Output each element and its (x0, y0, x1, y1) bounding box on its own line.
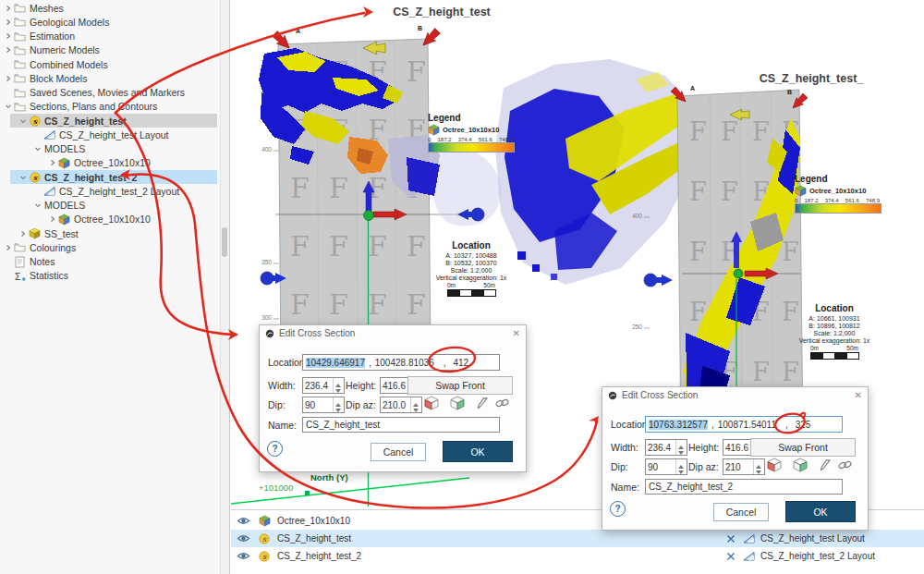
chevron-collapsed-icon[interactable] (18, 228, 28, 238)
location-y-value[interactable]: 100428.81036 (375, 358, 434, 368)
name-value[interactable]: CS_Z_height_test_2 (649, 482, 733, 492)
tree-item-saved-scenes-movies-and-markers[interactable]: Saved Scenes, Movies and Markers (0, 86, 219, 100)
chevron-collapsed-icon[interactable] (3, 73, 13, 83)
tree-item-combined-models[interactable]: Combined Models (0, 57, 219, 71)
cancel-button[interactable]: Cancel (371, 443, 426, 461)
link-icon[interactable] (835, 456, 854, 474)
tree-item-models[interactable]: MODELS (0, 199, 219, 213)
tree-item-estimation[interactable]: Estimation (0, 30, 219, 43)
shape-row-cs-z-height-test[interactable]: sCS_Z_height_testCS_Z_height_test Layout (231, 530, 924, 547)
chevron-collapsed-icon[interactable] (3, 242, 13, 252)
tree-item-block-models[interactable]: Block Models (0, 71, 219, 85)
tree-item-cs-z-height-test-layout[interactable]: CS_Z_height_test Layout (0, 128, 219, 141)
name-field[interactable]: CS_Z_height_test (302, 417, 500, 433)
close-icon[interactable]: ✕ (513, 328, 520, 338)
tree-item-cs-z-height-test[interactable]: sCS_Z_height_test (0, 114, 219, 128)
chevron-expanded-icon[interactable] (3, 102, 13, 112)
dialog-titlebar[interactable]: Edit Cross Section ✕ (260, 325, 526, 341)
chevron-expanded-icon[interactable] (18, 172, 28, 182)
spin-buttons[interactable] (675, 440, 687, 455)
link-icon[interactable] (492, 394, 511, 412)
swap-front-button[interactable]: Swap Front (407, 376, 513, 395)
location-x-value[interactable]: 10429.646917 (306, 358, 365, 368)
location-z-value[interactable]: 325 (796, 420, 811, 430)
dip-az-input[interactable]: 210 (723, 458, 765, 475)
dip-az-input[interactable]: 210.0 (380, 397, 422, 413)
visibility-eye-icon[interactable] (237, 533, 251, 543)
tree-item-colourings[interactable]: Colourings (0, 240, 219, 254)
sidebar-scrollbar[interactable] (220, 0, 229, 574)
remove-icon[interactable] (726, 552, 737, 561)
height-value[interactable]: 416.6 (383, 381, 406, 391)
tree-item-models[interactable]: MODELS (0, 142, 219, 156)
dialog-titlebar[interactable]: Edit Cross Section ✕ (602, 387, 868, 403)
edit-cross-section-dialog-1[interactable]: Edit Cross Section ✕ Location: 10429.646… (259, 324, 527, 472)
dip-az-value[interactable]: 210.0 (383, 400, 406, 410)
shape-row-cs-z-height-test-2[interactable]: sCS_Z_height_test_2CS_Z_height_test_2 La… (231, 547, 924, 565)
swap-front-button[interactable]: Swap Front (750, 438, 856, 457)
height-value[interactable]: 416.6 (725, 443, 748, 453)
tree-item-ss-test[interactable]: SS_test (0, 226, 219, 240)
edit-cross-section-dialog-2[interactable]: Edit Cross Section ✕ Location: 10763.312… (602, 386, 869, 531)
close-icon[interactable]: ✕ (855, 390, 862, 400)
location-x-value[interactable]: 10763.312577 (649, 420, 708, 430)
chevron-expanded-icon[interactable] (32, 144, 43, 154)
location-y-value[interactable]: 100871.54011 (718, 420, 776, 430)
green-plane-icon[interactable] (448, 394, 467, 412)
spin-buttons[interactable] (753, 459, 764, 474)
tree-item-numeric-models[interactable]: Numeric Models (0, 43, 219, 57)
sidebar-scrollbar-thumb[interactable] (222, 227, 227, 257)
tree-item-statistics[interactable]: ΣStatistics (0, 269, 219, 283)
tree-item-meshes[interactable]: Meshes (0, 1, 219, 15)
spin-buttons[interactable] (333, 397, 344, 412)
layout-link-label[interactable]: CS_Z_height_test Layout (760, 533, 865, 543)
tree-item-notes[interactable]: Notes (0, 255, 219, 269)
tree-item-cs-z-height-test-2[interactable]: sCS_Z_height_test_2 (0, 170, 219, 184)
chevron-collapsed-icon[interactable] (3, 45, 13, 55)
chevron-collapsed-icon[interactable] (3, 17, 13, 27)
chevron-collapsed-icon[interactable] (47, 158, 57, 168)
layout-link-label[interactable]: CS_Z_height_test_2 Layout (760, 551, 875, 561)
red-plane-icon[interactable] (765, 456, 784, 474)
width-input[interactable]: 236.4 (302, 377, 345, 394)
visibility-eye-icon[interactable] (237, 516, 251, 526)
location-field[interactable]: 10429.646917 , 100428.81036 , 412 (302, 354, 500, 371)
spin-buttons[interactable] (410, 397, 421, 412)
location-z-value[interactable]: 412 (454, 358, 469, 368)
green-plane-icon[interactable] (791, 456, 809, 474)
chevron-collapsed-icon[interactable] (47, 214, 57, 225)
help-button[interactable]: ? (610, 501, 626, 517)
dip-value[interactable]: 90 (305, 400, 315, 410)
dip-input[interactable]: 90 (645, 458, 687, 475)
spin-buttons[interactable] (333, 378, 344, 393)
width-value[interactable]: 236.4 (305, 381, 328, 391)
spin-buttons[interactable] (675, 459, 687, 474)
tree-item-cs-z-height-test-2-layout[interactable]: CS_Z_height_test_2 Layout (0, 184, 219, 198)
draw-slicer-icon[interactable] (472, 394, 491, 412)
help-button[interactable]: ? (267, 441, 283, 457)
visibility-eye-icon[interactable] (237, 551, 251, 561)
tree-item-sections-plans-and-contours[interactable]: Sections, Plans and Contours (0, 100, 219, 114)
width-input[interactable]: 236.4 (645, 439, 687, 456)
chevron-collapsed-icon[interactable] (3, 31, 13, 42)
tree-item-geological-models[interactable]: Geological Models (0, 15, 219, 29)
tree-item-octree-10x10x10[interactable]: Octree_10x10x10 (0, 156, 219, 170)
chevron-expanded-icon[interactable] (18, 116, 28, 126)
dip-value[interactable]: 90 (648, 462, 658, 472)
chevron-expanded-icon[interactable] (32, 201, 43, 211)
width-value[interactable]: 236.4 (648, 443, 671, 453)
ok-button[interactable]: OK (785, 501, 856, 522)
cancel-button[interactable]: Cancel (713, 503, 769, 521)
draw-slicer-icon[interactable] (815, 456, 833, 474)
dip-input[interactable]: 90 (302, 397, 345, 413)
tree-item-octree-10x10x10[interactable]: Octree_10x10x10 (0, 213, 219, 226)
ok-button[interactable]: OK (443, 441, 513, 462)
location-field[interactable]: 10763.312577 , 100871.54011 , 325 (645, 416, 843, 433)
remove-icon[interactable] (726, 534, 737, 543)
dip-az-value[interactable]: 210 (725, 462, 741, 472)
project-tree-panel[interactable]: MeshesGeological ModelsEstimationNumeric… (0, 0, 230, 574)
chevron-collapsed-icon[interactable] (3, 3, 13, 13)
name-value[interactable]: CS_Z_height_test (306, 420, 380, 430)
name-field[interactable]: CS_Z_height_test_2 (645, 479, 843, 495)
red-plane-icon[interactable] (422, 394, 441, 412)
